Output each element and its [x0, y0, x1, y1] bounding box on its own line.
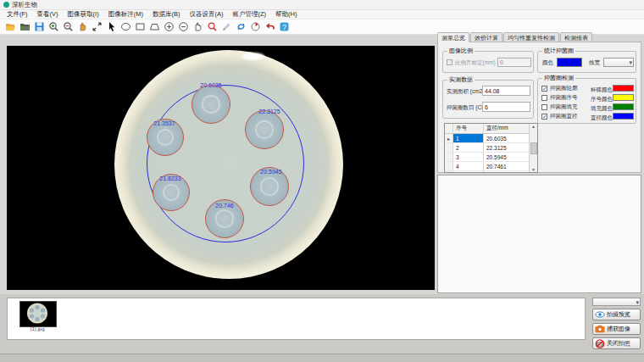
zone-outline-checkbox[interactable]	[541, 86, 547, 92]
hand-icon[interactable]	[76, 21, 88, 33]
zone-diameter-label: 20.5945	[252, 169, 291, 175]
rotate-icon[interactable]	[249, 21, 261, 33]
zoom-in-icon[interactable]	[47, 21, 59, 33]
detection-row: 抑菌圈直径	[541, 113, 578, 120]
diameter-color-swatch[interactable]	[613, 113, 634, 120]
cell-index[interactable]: 2	[453, 143, 484, 152]
remove-region-icon[interactable]	[177, 21, 189, 33]
cell-index[interactable]: 4	[453, 162, 484, 170]
table-row[interactable]: 120.6035	[445, 134, 537, 143]
checkbox-label: 抑菌圈直径	[550, 113, 578, 120]
menu-view[interactable]: 查看(V)	[37, 10, 58, 19]
table-row[interactable]: 521.8233	[445, 171, 537, 173]
cell-index[interactable]: 5	[453, 171, 484, 173]
thumbnail-filename: (1).jpg	[19, 326, 55, 331]
zoom-out-icon[interactable]	[62, 21, 74, 33]
refresh-icon[interactable]	[235, 21, 247, 33]
edit-icon[interactable]	[220, 21, 232, 33]
zone-diameter-checkbox[interactable]	[541, 114, 547, 120]
measurement-panel: 测量总览 效价计算 均匀性重复性检测 检测报表 图像比例 比例尺标定(mm) 0…	[437, 32, 641, 172]
count-value-input[interactable]: 6	[482, 102, 530, 112]
cell-index[interactable]: 1	[453, 134, 484, 142]
stat-color-swatch[interactable]	[557, 58, 582, 67]
area-value-input[interactable]: 44.08	[482, 86, 530, 96]
color-label: 直径颜色	[591, 114, 613, 122]
checkbox-label: 抑菌圈填充	[550, 103, 578, 111]
help-icon[interactable]: ?	[278, 21, 290, 33]
col-header-index[interactable]: 序号	[453, 124, 484, 133]
camera-select[interactable]	[592, 298, 641, 306]
table-row[interactable]: 420.7461	[445, 162, 537, 171]
svg-text:?: ?	[282, 23, 286, 31]
scroll-up-icon[interactable]: ▲	[531, 124, 536, 129]
zone-diameter-label: 20.746	[205, 203, 244, 209]
undo-icon[interactable]	[264, 21, 275, 33]
stat-linewidth-select[interactable]	[603, 58, 634, 67]
menu-account[interactable]: 账户管理(Z)	[232, 10, 266, 19]
secondary-panel	[437, 175, 641, 293]
zone-number-checkbox[interactable]	[541, 95, 547, 101]
rect-tool-icon[interactable]	[134, 21, 146, 33]
diameter-table[interactable]: 序号 直径/mm 120.6035 222.3125 320.5945 420.…	[444, 123, 538, 173]
capture-image-button[interactable]: 捕获图像	[592, 323, 641, 335]
folder-icon[interactable]	[19, 21, 31, 33]
title-bar[interactable]: 深析生物	[0, 0, 644, 10]
button-label: 拍摄预览	[607, 310, 630, 319]
color-label: 填充颜色	[591, 105, 613, 113]
group-measured-data: 实测数据 实测面积 (cm2) 44.08 抑菌圈数目 (CFU) 6	[442, 80, 534, 119]
menu-file[interactable]: 文件(F)	[7, 10, 28, 19]
group-zone-detection: 抑菌圈检测 抑菌圈轮廓 杯碟颜色 抑菌圈序号 序号颜色 抑菌圈填充 填充颜色 抑…	[537, 78, 636, 124]
table-row[interactable]: 222.3125	[445, 143, 537, 153]
scale-checkbox-label: 比例尺标定(mm)	[455, 59, 496, 67]
col-header-diameter[interactable]: 直径/mm	[484, 124, 526, 133]
number-color-swatch[interactable]	[613, 94, 634, 101]
cursor-icon[interactable]	[105, 21, 117, 33]
inhibition-zone-1[interactable]	[192, 85, 230, 124]
fit-window-icon[interactable]	[91, 21, 103, 33]
tab-measure-overview[interactable]: 测量总览	[437, 32, 469, 42]
cell-diameter[interactable]: 21.8233	[484, 171, 526, 173]
capture-preview-button[interactable]: 拍摄预览	[592, 309, 641, 320]
auto-detect-icon[interactable]	[206, 21, 218, 33]
menu-image-acquire[interactable]: 图像获取(I)	[68, 10, 99, 19]
cell-diameter[interactable]: 20.5945	[484, 153, 526, 161]
scale-value-input[interactable]: 0	[497, 58, 531, 67]
color-label: 序号颜色	[591, 96, 613, 103]
image-canvas[interactable]: 20.6035 22.3125 21.3537 20.5945 21.8233 …	[7, 46, 435, 290]
inhibition-zone-2[interactable]	[245, 110, 284, 149]
add-region-icon[interactable]	[163, 21, 175, 33]
cell-index[interactable]: 3	[453, 153, 484, 161]
cell-diameter[interactable]: 22.3125	[484, 143, 526, 152]
cell-diameter[interactable]: 20.6035	[484, 134, 526, 142]
scroll-thumb[interactable]	[530, 142, 537, 154]
close-capture-button[interactable]: 关闭拍照	[592, 337, 641, 349]
ellipse-tool-icon[interactable]	[119, 21, 131, 33]
menu-database[interactable]: 数据库(B)	[153, 10, 180, 19]
group-title: 统计抑菌圈	[542, 47, 575, 54]
table-row[interactable]: 320.5945	[445, 153, 537, 162]
pan-icon[interactable]	[192, 21, 203, 33]
open-folder-icon[interactable]	[4, 21, 16, 33]
menu-help[interactable]: 帮助(H)	[275, 10, 297, 19]
zone-diameter-label: 20.6035	[192, 82, 230, 88]
zone-diameter-label: 21.3537	[145, 120, 184, 126]
cup-color-swatch[interactable]	[613, 85, 634, 92]
scale-checkbox[interactable]	[447, 59, 452, 65]
scroll-down-icon[interactable]: ▼	[531, 167, 536, 172]
cell-diameter[interactable]: 20.7461	[484, 162, 526, 170]
camera-icon	[595, 325, 605, 333]
polygon-tool-icon[interactable]	[148, 21, 160, 33]
group-stat-circle: 统计抑菌圈 颜色 线宽	[537, 51, 636, 73]
zone-fill-checkbox[interactable]	[541, 104, 547, 110]
menu-image-annotate[interactable]: 图像标注(M)	[108, 10, 143, 19]
group-title: 实测数据	[447, 76, 475, 83]
button-label: 关闭拍照	[607, 339, 630, 348]
menu-instrument-settings[interactable]: 仪器设置(A)	[189, 10, 223, 19]
image-thumbnail[interactable]	[19, 301, 57, 327]
table-scrollbar[interactable]: ▲▼	[529, 124, 537, 172]
save-icon[interactable]	[33, 21, 45, 33]
fill-color-swatch[interactable]	[613, 103, 634, 110]
row-marker-header	[445, 124, 453, 133]
button-label: 捕获图像	[607, 325, 630, 333]
menu-bar: 文件(F) 查看(V) 图像获取(I) 图像标注(M) 数据库(B) 仪器设置(…	[0, 10, 644, 19]
